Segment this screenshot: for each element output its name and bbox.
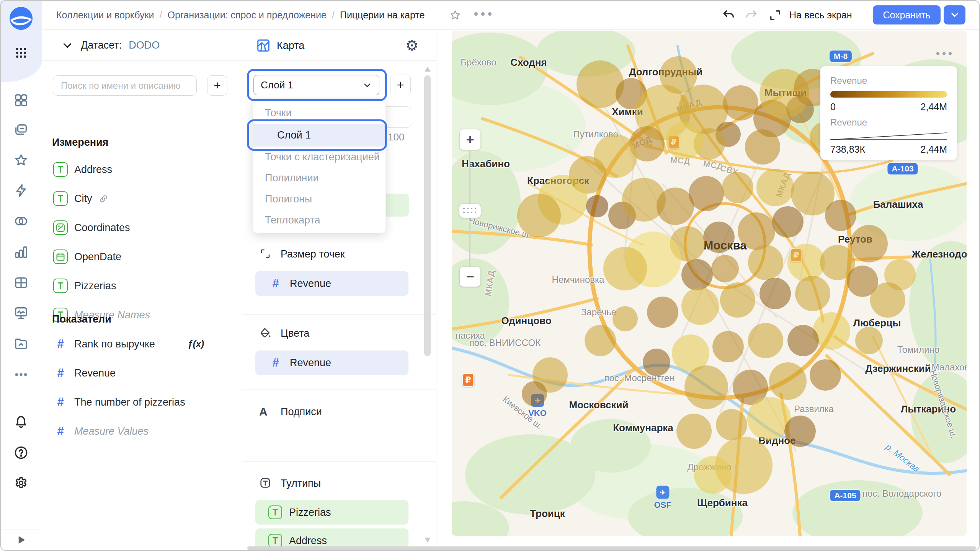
tooltips-section: Тултипы xyxy=(242,476,436,491)
colors-field[interactable]: # Revenue xyxy=(255,350,408,375)
map-label: пос. Володарского xyxy=(861,488,943,499)
map-label: Долгопрудный xyxy=(629,66,702,78)
number-field-icon: # xyxy=(268,277,283,290)
undo-icon[interactable] xyxy=(722,8,736,22)
horizontal-scrollbar[interactable] xyxy=(247,546,976,550)
chart-settings-gear-icon[interactable]: ⚙ xyxy=(404,37,420,54)
layer-type-option[interactable]: Полилинии xyxy=(253,168,385,189)
measure-field-the-number-of-pizzerias[interactable]: #The number of pizzerias xyxy=(42,388,241,417)
field-label: Coordinates xyxy=(74,222,130,234)
map-label: Дзержинский xyxy=(865,363,931,375)
map-label: МКАД xyxy=(483,269,497,297)
expand-panel-icon[interactable] xyxy=(15,534,27,546)
road-badge: А-105 xyxy=(830,490,860,501)
dimension-field-address[interactable]: TAddress xyxy=(42,155,241,184)
dimensions-title: Измерения xyxy=(52,137,108,148)
colors-section: Цвета xyxy=(242,326,436,341)
dataset-header[interactable]: Датасет: DODO xyxy=(42,30,241,61)
scroll-up-arrow[interactable] xyxy=(425,67,431,72)
layer-select[interactable]: Слой 1 xyxy=(253,75,379,95)
legend-color-gradient xyxy=(830,91,947,98)
monitoring-icon[interactable] xyxy=(13,305,29,321)
panel-scrollbar[interactable] xyxy=(424,75,431,356)
layer-type-option[interactable]: Точки с кластеризацией xyxy=(253,147,385,168)
layer-type-dropdown: ТочкиСлой 1Точки с кластеризациейПолилин… xyxy=(253,99,386,233)
datalens-logo-icon[interactable] xyxy=(9,6,33,31)
dimension-field-opendate[interactable]: OpenDate xyxy=(42,242,241,271)
chevron-down-icon xyxy=(362,80,372,90)
save-options-button[interactable] xyxy=(944,5,965,24)
fullscreen-icon[interactable] xyxy=(768,8,782,22)
favorite-star-icon[interactable] xyxy=(449,9,461,21)
map-label: МСД xyxy=(670,155,691,166)
map-label: Реутов xyxy=(838,233,872,245)
help-icon[interactable] xyxy=(13,444,29,461)
fullscreen-label[interactable]: На весь экран xyxy=(789,0,852,30)
map-label: Мытищи xyxy=(764,87,807,99)
field-label: The number of pizzerias xyxy=(74,396,185,408)
number-field-icon: # xyxy=(53,424,68,438)
map-label: Видное xyxy=(758,435,795,447)
map-label: Развилка xyxy=(794,404,834,414)
datasets-icon[interactable] xyxy=(13,213,29,230)
redo-icon[interactable] xyxy=(744,8,758,22)
map-label: пос. Мосрентген xyxy=(604,373,674,383)
zoom-in-button[interactable]: + xyxy=(460,129,480,150)
notifications-icon[interactable] xyxy=(13,414,29,430)
measure-field-measure-values[interactable]: #Measure Values xyxy=(42,417,241,446)
map-label: Новорижское ш. xyxy=(468,215,532,240)
breadcrumb-item[interactable]: Коллекции и воркбуки xyxy=(56,10,154,21)
storage-icon[interactable] xyxy=(13,335,29,352)
map-label: Железнодоро xyxy=(912,248,967,260)
layer-type-option[interactable]: Слой 1 xyxy=(253,124,385,147)
chart-type-header: Карта ⚙ xyxy=(242,30,436,61)
entry-menu-icon[interactable] xyxy=(474,12,492,16)
layer-type-option[interactable]: Точки xyxy=(253,103,385,124)
link-icon xyxy=(98,194,109,204)
favorites-icon[interactable] xyxy=(13,152,29,169)
settings-icon[interactable] xyxy=(13,474,29,491)
layer-type-option[interactable]: Теплокарта xyxy=(253,210,385,231)
layer-type-option[interactable]: Полигоны xyxy=(253,189,385,210)
breadcrumb-item[interactable]: Организации: спрос и предложение xyxy=(167,10,326,21)
zoom-slider-handle[interactable] xyxy=(459,204,481,218)
tooltip-field-pizzerias[interactable]: TPizzerias xyxy=(255,500,408,525)
number-field-icon: # xyxy=(53,366,68,380)
map-label: пос. ВНИИССОК xyxy=(469,337,541,348)
map-label: Балашиха xyxy=(873,199,923,210)
map-menu-icon[interactable] xyxy=(936,52,952,55)
add-layer-button[interactable]: + xyxy=(390,75,411,95)
left-nav-rail xyxy=(0,0,42,551)
scroll-down-arrow[interactable] xyxy=(425,538,431,542)
map-canvas[interactable]: БрёховоСходняДолгопрудныйМытищиХимкиПути… xyxy=(452,31,967,536)
map-label: Красногорск xyxy=(527,175,589,187)
charts-icon[interactable] xyxy=(13,244,29,261)
map-chart-icon xyxy=(256,38,271,53)
map-label: Дрожжино xyxy=(688,462,732,473)
zoom-out-button[interactable]: − xyxy=(460,267,480,287)
formula-icon: ƒ(x) xyxy=(188,339,204,349)
measure-field-revenue[interactable]: #Revenue xyxy=(42,359,241,388)
measure-field-rank-по-выручке[interactable]: #Rank по выручкеƒ(x) xyxy=(42,329,241,359)
dashboards-icon[interactable] xyxy=(13,274,29,291)
map-label: Троицк xyxy=(530,508,565,520)
apps-grid-icon[interactable] xyxy=(13,44,29,61)
workbooks-icon[interactable] xyxy=(13,122,29,139)
dimension-field-pizzerias[interactable]: TPizzerias xyxy=(42,271,241,300)
legend-size-wedge xyxy=(830,132,947,142)
map-label: Химки xyxy=(612,106,643,118)
dimension-field-city[interactable]: TCity xyxy=(42,184,241,213)
dataset-name-link[interactable]: DODO xyxy=(129,39,160,51)
more-icon[interactable] xyxy=(13,366,29,383)
legend-color-title: Revenue xyxy=(830,75,947,86)
add-field-button[interactable]: + xyxy=(207,75,227,96)
field-search-input[interactable] xyxy=(53,75,197,96)
layer-select-value: Слой 1 xyxy=(261,79,293,91)
quick-actions-icon[interactable] xyxy=(13,182,29,199)
dimension-field-coordinates[interactable]: Coordinates xyxy=(42,213,241,242)
spaces-icon[interactable] xyxy=(13,92,29,109)
save-button[interactable]: Сохранить xyxy=(873,5,941,24)
chart-settings-panel: Карта ⚙ Слой 1 + 100 ТочкиСлой 1Точки с … xyxy=(242,30,436,551)
point-size-field[interactable]: # Revenue xyxy=(255,271,408,296)
field-label: Rank по выручке xyxy=(74,338,155,350)
